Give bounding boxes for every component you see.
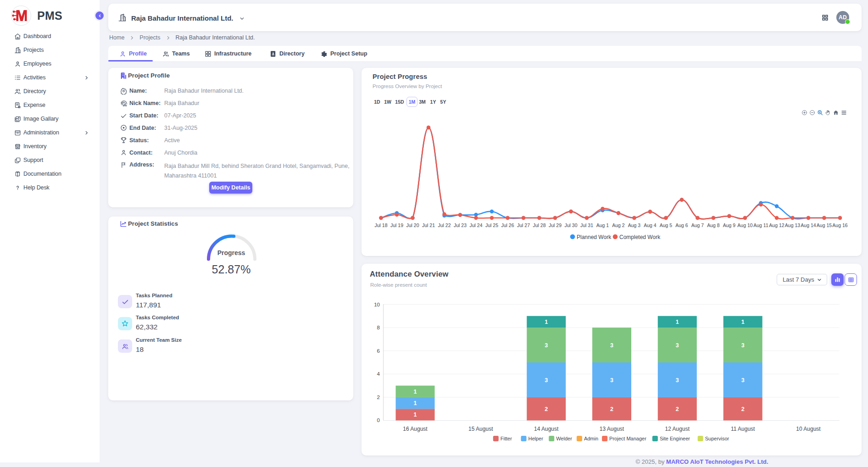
svg-text:Admin: Admin	[584, 436, 598, 441]
svg-text:2: 2	[545, 406, 548, 412]
svg-text:Jul 21: Jul 21	[422, 222, 435, 228]
svg-text:Aug 5: Aug 5	[660, 222, 673, 228]
svg-text:3: 3	[676, 342, 679, 349]
svg-text:Jul 31: Jul 31	[580, 222, 593, 228]
svg-text:Aug 15: Aug 15	[817, 222, 832, 228]
svg-text:14 August: 14 August	[534, 426, 559, 432]
svg-text:Jul 24: Jul 24	[469, 222, 482, 228]
svg-text:Jul 27: Jul 27	[517, 222, 530, 228]
svg-text:4: 4	[377, 371, 380, 377]
svg-text:1: 1	[676, 319, 679, 325]
svg-text:11 August: 11 August	[731, 426, 755, 432]
svg-text:1: 1	[414, 411, 417, 418]
svg-text:Aug 10: Aug 10	[737, 222, 752, 228]
svg-text:12 August: 12 August	[665, 426, 690, 432]
svg-text:Welder: Welder	[556, 436, 572, 441]
svg-text:3: 3	[676, 377, 679, 384]
svg-text:Completed Work: Completed Work	[619, 234, 661, 240]
svg-text:13 August: 13 August	[600, 426, 624, 432]
svg-text:16 August: 16 August	[403, 426, 428, 432]
svg-text:1: 1	[414, 389, 417, 395]
svg-text:Aug 16: Aug 16	[832, 222, 847, 228]
svg-text:Aug 14: Aug 14	[801, 222, 816, 228]
svg-text:Aug 8: Aug 8	[707, 222, 720, 228]
svg-text:8: 8	[377, 325, 380, 330]
svg-text:Aug 3: Aug 3	[628, 222, 641, 228]
svg-text:Planned Work: Planned Work	[577, 234, 612, 240]
svg-text:0: 0	[377, 417, 380, 423]
svg-text:10: 10	[374, 302, 380, 307]
svg-text:3: 3	[610, 377, 613, 384]
svg-text:Aug 4: Aug 4	[644, 222, 657, 228]
svg-text:Aug 9: Aug 9	[723, 222, 736, 228]
svg-text:Helper: Helper	[529, 436, 544, 441]
svg-text:2: 2	[741, 406, 745, 412]
svg-text:Aug 1: Aug 1	[596, 222, 609, 228]
svg-text:6: 6	[377, 348, 380, 354]
svg-text:Jul 29: Jul 29	[549, 222, 562, 228]
svg-text:Jul 28: Jul 28	[533, 222, 545, 228]
svg-text:2: 2	[610, 406, 613, 412]
svg-text:3: 3	[741, 342, 745, 349]
svg-text:3: 3	[741, 377, 745, 384]
svg-text:Aug 12: Aug 12	[769, 222, 784, 228]
svg-text:Jul 30: Jul 30	[564, 222, 577, 228]
svg-text:1: 1	[545, 319, 548, 325]
svg-text:15 August: 15 August	[468, 426, 493, 432]
svg-text:Jul 26: Jul 26	[501, 222, 514, 228]
svg-text:Aug 6: Aug 6	[675, 222, 688, 228]
svg-text:3: 3	[610, 342, 613, 349]
svg-text:Jul 25: Jul 25	[485, 222, 498, 228]
svg-text:Jul 18: Jul 18	[374, 222, 387, 228]
svg-text:Project Manager: Project Manager	[609, 436, 646, 441]
svg-text:Fitter: Fitter	[501, 436, 512, 441]
svg-text:3: 3	[545, 342, 548, 349]
svg-text:2: 2	[676, 406, 679, 412]
svg-text:Supervisor: Supervisor	[705, 436, 729, 441]
svg-text:Jul 23: Jul 23	[454, 222, 467, 228]
svg-text:2: 2	[377, 395, 380, 400]
svg-text:Aug 7: Aug 7	[691, 222, 704, 228]
svg-text:Aug 2: Aug 2	[612, 222, 625, 228]
svg-text:Jul 22: Jul 22	[438, 222, 451, 228]
svg-text:1: 1	[414, 400, 417, 406]
svg-text:10 August: 10 August	[796, 426, 821, 432]
svg-text:3: 3	[545, 377, 548, 384]
svg-text:1: 1	[741, 319, 745, 325]
svg-text:Site Engineer: Site Engineer	[660, 436, 690, 441]
svg-text:Aug 11: Aug 11	[753, 222, 768, 228]
svg-text:Jul 19: Jul 19	[390, 222, 403, 228]
svg-text:Jul 20: Jul 20	[406, 222, 419, 228]
svg-text:Aug 13: Aug 13	[785, 222, 800, 228]
